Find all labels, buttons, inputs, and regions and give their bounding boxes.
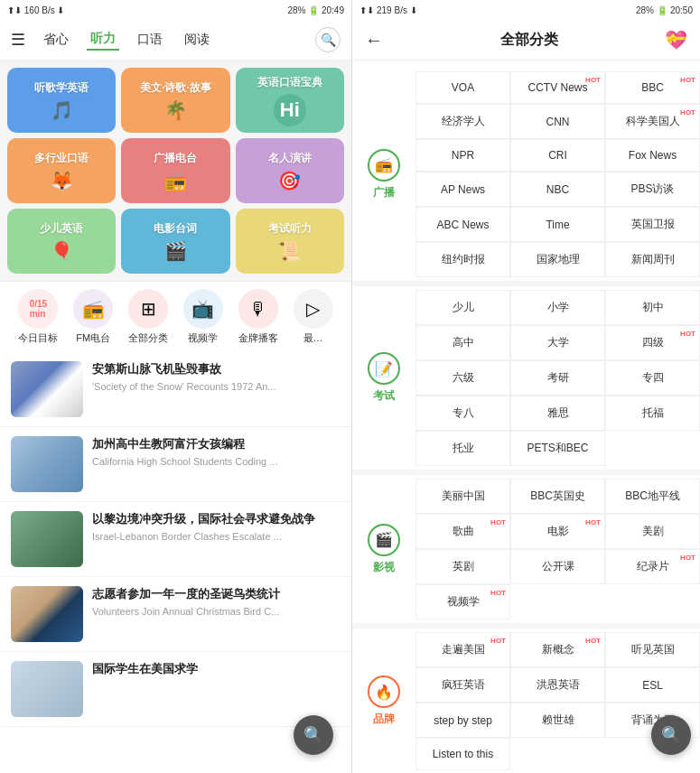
cat-cell-cctv[interactable]: CCTV NewsHOT xyxy=(510,71,605,104)
grid-card-label-4: 广播电台 xyxy=(154,151,197,166)
icon-all-categories[interactable]: ⊞ 全部分类 xyxy=(121,289,176,345)
cat-cell-economist[interactable]: 经济学人 xyxy=(415,104,510,139)
cat-cell-cri[interactable]: CRI xyxy=(510,139,605,172)
cat-cell-esl[interactable]: ESL xyxy=(605,667,700,703)
icon-daily-goal[interactable]: 0/15min 今日目标 xyxy=(11,289,66,345)
film-grid: 美丽中国 BBC英国史 BBC地平线 歌曲HOT 电影HOT 美剧 英剧 公开课… xyxy=(415,479,700,619)
back-button[interactable]: ← xyxy=(365,30,383,51)
categories-scroll[interactable]: 📻 广播 VOA CCTV NewsHOT BBCHOT 经济学人 CNN 科学… xyxy=(352,61,700,773)
cat-cell-voa[interactable]: VOA xyxy=(415,71,510,104)
cat-cell-songs[interactable]: 歌曲HOT xyxy=(415,514,510,549)
cat-cell-npr[interactable]: NPR xyxy=(415,139,510,172)
cat-cell-step-by-step[interactable]: step by step xyxy=(415,703,510,738)
favorite-button[interactable]: 💝 xyxy=(665,29,687,51)
cat-cell-abcnews[interactable]: ABC News xyxy=(415,207,510,242)
cat-cell-lai[interactable]: 赖世雄 xyxy=(510,703,605,738)
nav-item-tingli[interactable]: 听力 xyxy=(87,29,119,51)
cat-cell-crazy-english[interactable]: 疯狂英语 xyxy=(415,667,510,703)
cat-cell-movies[interactable]: 电影HOT xyxy=(510,514,605,549)
categories-icon: ⊞ xyxy=(141,298,156,320)
cat-cell-apnews[interactable]: AP News xyxy=(415,172,510,207)
grid-card-0[interactable]: 听歌学英语 🎵 xyxy=(7,68,116,133)
cat-cell-ielts[interactable]: 雅思 xyxy=(510,396,605,431)
cat-cell-hear-england[interactable]: 听见英国 xyxy=(605,632,700,667)
nav-item-yuedu[interactable]: 阅读 xyxy=(181,30,213,50)
cat-cell-natgeo[interactable]: 国家地理 xyxy=(510,242,605,277)
news-content-2: 以黎边境冲突升级，国际社会寻求避免战争 Israel-Lebanon Borde… xyxy=(92,511,341,567)
news-content-1: 加州高中生教阿富汗女孩编程 California High School Stu… xyxy=(92,436,341,492)
grid-card-1[interactable]: 美文·诗歌·故事 🌴 xyxy=(121,68,229,133)
grid-card-icon-7: 🎬 xyxy=(164,240,187,262)
cat-cell-guardian[interactable]: 英国卫报 xyxy=(605,207,700,242)
icon-video[interactable]: 📺 视频学 xyxy=(175,289,230,345)
cat-cell-bbc[interactable]: BBCHOT xyxy=(605,71,700,104)
cat-cell-high[interactable]: 高中 xyxy=(415,325,510,360)
cat-cell-pbs[interactable]: PBS访谈 xyxy=(605,172,700,207)
cat-cell-sci-american[interactable]: 科学美国人HOT xyxy=(605,104,700,139)
film-icon: 🎬 xyxy=(375,531,393,548)
cat-cell-child[interactable]: 少儿 xyxy=(415,290,510,325)
hamburger-menu[interactable]: ☰ xyxy=(11,30,25,50)
cat-cell-zte8[interactable]: 专八 xyxy=(415,396,510,431)
cat-cell-nytimes[interactable]: 纽约时报 xyxy=(415,242,510,277)
cat-cell-american-drama[interactable]: 美剧 xyxy=(605,514,700,549)
cat-cell-kaoy[interactable]: 考研 xyxy=(510,360,605,396)
daily-goal-badge: 0/15min xyxy=(30,299,47,319)
cat-cell-foxnews[interactable]: Fox News xyxy=(605,139,700,172)
cat-cell-toie[interactable]: 托业 xyxy=(415,431,510,466)
right-navigation: ← 全部分类 💝 xyxy=(352,20,700,61)
right-status-left: ⬆⬇ 219 B/s ⬇ xyxy=(359,5,417,15)
icon-more[interactable]: ▷ 最… xyxy=(285,289,341,345)
cat-cell-open-course[interactable]: 公开课 xyxy=(510,549,605,584)
search-button[interactable]: 🔍 xyxy=(315,27,341,52)
grid-card-7[interactable]: 电影台词 🎬 xyxy=(121,209,229,274)
cat-cell-cet4[interactable]: 四级HOT xyxy=(605,325,700,360)
cat-cell-beautiful-china[interactable]: 美丽中国 xyxy=(415,479,510,514)
cat-cell-toefl[interactable]: 托福 xyxy=(605,396,700,431)
broadcast-label: 广播 xyxy=(373,185,395,200)
cat-cell-college[interactable]: 大学 xyxy=(510,325,605,360)
cat-cell-british-drama[interactable]: 英剧 xyxy=(415,549,510,584)
exam-label: 考试 xyxy=(373,388,395,404)
cat-cell-newsweek[interactable]: 新闻周刊 xyxy=(605,242,700,277)
cat-cell-bbc-history[interactable]: BBC英国史 xyxy=(510,479,605,514)
icon-fm[interactable]: 📻 FM电台 xyxy=(66,289,121,345)
news-item-1[interactable]: 加州高中生教阿富汗女孩编程 California High School Stu… xyxy=(0,427,351,502)
cat-cell-new-concept[interactable]: 新概念HOT xyxy=(510,632,605,667)
news-thumb-3 xyxy=(11,586,83,642)
cat-cell-america[interactable]: 走遍美国HOT xyxy=(415,632,510,667)
right-search-fab[interactable]: 🔍 xyxy=(651,715,691,755)
news-content-0: 安第斯山脉飞机坠毁事故 'Society of the Snow' Recoun… xyxy=(92,361,341,417)
cat-cell-hongen[interactable]: 洪恩英语 xyxy=(510,667,605,703)
cat-cell-nbc[interactable]: NBC xyxy=(510,172,605,207)
nav-item-kouyu[interactable]: 口语 xyxy=(134,30,166,50)
news-item-2[interactable]: 以黎边境冲突升级，国际社会寻求避免战争 Israel-Lebanon Borde… xyxy=(0,502,351,577)
grid-card-2[interactable]: 英语口语宝典 Hi xyxy=(236,68,344,133)
grid-card-4[interactable]: 广播电台 📻 xyxy=(121,138,229,203)
icon-podcast[interactable]: 🎙 金牌播客 xyxy=(230,289,285,345)
grid-card-5[interactable]: 名人演讲 🎯 xyxy=(236,138,344,203)
cat-cell-video-study[interactable]: 视频学HOT xyxy=(415,584,510,619)
cat-cell-listen-to-this[interactable]: Listen to this xyxy=(415,738,510,770)
hot-badge: HOT xyxy=(680,554,695,562)
cat-cell-primary[interactable]: 小学 xyxy=(510,290,605,325)
cat-cell-zte4[interactable]: 专四 xyxy=(605,360,700,396)
grid-card-3[interactable]: 多行业口语 🦊 xyxy=(7,138,116,203)
news-item-4[interactable]: 国际学生在美国求学 xyxy=(0,652,351,727)
news-item-3[interactable]: 志愿者参加一年一度的圣诞鸟类统计 Volunteers Join Annual … xyxy=(0,577,351,652)
cat-cell-documentary[interactable]: 纪录片HOT xyxy=(605,549,700,584)
cat-cell-middle[interactable]: 初中 xyxy=(605,290,700,325)
news-item-0[interactable]: 安第斯山脉飞机坠毁事故 'Society of the Snow' Recoun… xyxy=(0,352,351,427)
hot-badge: HOT xyxy=(490,637,506,645)
nav-item-shengxin[interactable]: 省心 xyxy=(40,30,72,50)
cat-cell-pets[interactable]: PETS和BEC xyxy=(510,431,605,466)
cat-cell-cnn[interactable]: CNN xyxy=(510,104,605,139)
search-fab[interactable]: 🔍 xyxy=(294,715,333,755)
cat-cell-bbc-horizon[interactable]: BBC地平线 xyxy=(605,479,700,514)
cat-cell-cet6[interactable]: 六级 xyxy=(415,360,510,396)
right-status-right: 28% 🔋 20:50 xyxy=(636,5,693,15)
grid-card-8[interactable]: 考试听力 📜 xyxy=(236,209,344,274)
grid-card-label-6: 少儿英语 xyxy=(40,221,83,237)
grid-card-6[interactable]: 少儿英语 🎈 xyxy=(7,209,116,274)
cat-cell-time[interactable]: Time xyxy=(510,207,605,242)
